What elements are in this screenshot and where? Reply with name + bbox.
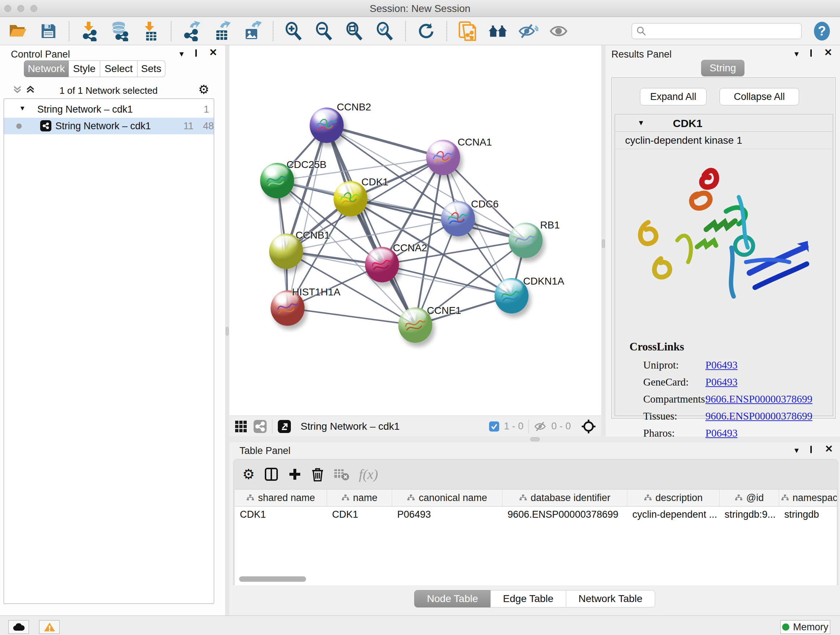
home-icon[interactable] bbox=[488, 21, 508, 41]
collection-label: String Network – cdk1 bbox=[37, 104, 133, 115]
network-node-CDC6[interactable] bbox=[441, 201, 475, 236]
automation-cloud-button[interactable] bbox=[8, 620, 29, 634]
table-cell[interactable]: P06493 bbox=[392, 507, 502, 523]
collection-caret-icon[interactable]: ▼ bbox=[19, 105, 26, 112]
crosslink-label: Pharos: bbox=[643, 427, 675, 439]
control-panel-close-icon[interactable]: ✕ bbox=[209, 47, 218, 58]
control-panel-float-icon[interactable] bbox=[195, 50, 197, 57]
memory-label: Memory bbox=[793, 622, 829, 633]
crosslink-value-link[interactable]: P06493 bbox=[706, 359, 737, 371]
results-panel-title: Results Panel bbox=[611, 49, 672, 60]
export-network-icon[interactable] bbox=[182, 21, 202, 41]
hide-eye-icon[interactable] bbox=[518, 21, 538, 41]
zoom-out-icon[interactable] bbox=[314, 21, 334, 41]
network-row-selected[interactable]: String Network – cdk1 11 48 bbox=[4, 118, 214, 134]
zoom-selected-icon[interactable] bbox=[375, 21, 395, 41]
crosslink-value-link[interactable]: 9606.ENSP00000378699 bbox=[706, 393, 813, 405]
cloud-icon bbox=[13, 623, 25, 631]
import-table-icon[interactable] bbox=[141, 21, 161, 41]
string-view-icon[interactable] bbox=[253, 420, 267, 433]
grid-view-icon[interactable] bbox=[234, 420, 248, 433]
export-image-icon[interactable] bbox=[242, 21, 263, 41]
crosslink-value-link[interactable]: 9606.ENSP00000378699 bbox=[706, 410, 813, 422]
column-header-name[interactable]: name bbox=[327, 489, 392, 506]
crosslink-value-link[interactable]: P06493 bbox=[706, 427, 737, 439]
table-settings-gear-icon[interactable]: ⚙ bbox=[242, 466, 255, 482]
tab-network[interactable]: Network bbox=[24, 60, 69, 77]
import-network-icon[interactable] bbox=[80, 21, 100, 41]
column-header-canonical-name[interactable]: canonical name bbox=[392, 489, 502, 506]
delete-column-trash-icon[interactable] bbox=[311, 467, 324, 481]
collapse-all-tree-icon[interactable] bbox=[12, 84, 22, 96]
table-panel-splitter[interactable] bbox=[229, 437, 840, 442]
node-label-CCNE1: CCNE1 bbox=[427, 305, 461, 317]
warning-icon bbox=[44, 622, 55, 632]
column-header-namespac[interactable]: namespac bbox=[779, 489, 837, 506]
save-session-icon[interactable] bbox=[38, 21, 58, 41]
selected-checkbox-icon[interactable] bbox=[489, 421, 500, 432]
network-collection-row[interactable]: ▼ String Network – cdk1 1 bbox=[4, 101, 214, 118]
table-cell[interactable]: 9606.ENSP00000378699 bbox=[502, 507, 627, 523]
show-columns-icon[interactable] bbox=[264, 467, 279, 481]
status-bar: Memory bbox=[0, 616, 840, 635]
expand-all-button[interactable]: Expand All bbox=[640, 88, 706, 105]
show-eye-icon[interactable] bbox=[548, 21, 569, 41]
memory-button[interactable]: Memory bbox=[780, 620, 830, 634]
toolbar-separator bbox=[69, 21, 69, 41]
zoom-fit-icon[interactable] bbox=[344, 21, 365, 41]
zoom-in-icon[interactable] bbox=[284, 21, 304, 41]
refresh-icon[interactable] bbox=[416, 21, 436, 41]
column-header-database-identifier[interactable]: database identifier bbox=[502, 489, 627, 506]
tab-network-table[interactable]: Network Table bbox=[566, 590, 655, 608]
help-icon[interactable]: ? bbox=[812, 21, 832, 41]
left-splitter[interactable] bbox=[225, 45, 229, 616]
network-node-RB1[interactable] bbox=[508, 223, 543, 258]
table-cell[interactable]: cyclin-dependent ... bbox=[627, 507, 720, 523]
results-panel-menu-icon[interactable]: ▼ bbox=[793, 50, 800, 58]
cdk1-collapse-caret-icon[interactable]: ▼ bbox=[638, 119, 645, 127]
import-database-icon[interactable] bbox=[110, 21, 130, 41]
protein-structure-image bbox=[623, 154, 826, 306]
table-horizontal-scrollbar[interactable] bbox=[239, 576, 306, 582]
export-table-icon[interactable] bbox=[212, 21, 232, 41]
control-panel-menu-icon[interactable]: ▼ bbox=[178, 50, 185, 58]
node-label-CDK1: CDK1 bbox=[362, 176, 388, 188]
table-panel-close-icon[interactable]: ✕ bbox=[825, 443, 833, 455]
table-panel-float-icon[interactable] bbox=[810, 447, 812, 453]
add-column-icon[interactable] bbox=[288, 467, 302, 481]
clone-network-icon[interactable] bbox=[457, 21, 477, 41]
tab-node-table[interactable]: Node Table bbox=[414, 590, 491, 608]
tab-sets[interactable]: Sets bbox=[137, 60, 165, 77]
string-network-icon bbox=[40, 120, 51, 131]
table-cell[interactable]: CDK1 bbox=[235, 507, 327, 523]
collapse-all-button[interactable]: Collapse All bbox=[720, 88, 799, 105]
table-cell[interactable]: CDK1 bbox=[327, 507, 392, 523]
crosslink-value-link[interactable]: P06493 bbox=[706, 376, 737, 388]
column-header-shared-name[interactable]: shared name bbox=[235, 489, 327, 506]
function-builder-icon[interactable]: f(x) bbox=[359, 466, 378, 482]
table-cell[interactable]: stringdb bbox=[779, 507, 837, 523]
network-options-gear-icon[interactable]: ⚙ bbox=[198, 82, 209, 97]
open-in-window-icon[interactable] bbox=[278, 420, 291, 433]
open-session-icon[interactable] bbox=[8, 21, 28, 41]
table-row[interactable]: CDK1CDK1P064939606.ENSP00000378699cyclin… bbox=[235, 507, 837, 523]
delete-table-icon[interactable] bbox=[333, 468, 349, 481]
column-header--id[interactable]: @id bbox=[720, 489, 779, 506]
tab-select[interactable]: Select bbox=[100, 60, 137, 77]
tab-style[interactable]: Style bbox=[69, 60, 100, 77]
network-canvas[interactable]: CCNB2CCNA1CDC25BCDK1CDC6RB1CCNB1CCNA2CDK… bbox=[229, 45, 601, 416]
column-header-description[interactable]: description bbox=[627, 489, 720, 506]
search-input[interactable] bbox=[632, 23, 802, 39]
right-splitter[interactable] bbox=[601, 45, 606, 437]
expand-all-tree-icon[interactable] bbox=[25, 84, 35, 96]
results-panel-float-icon[interactable] bbox=[810, 50, 812, 57]
fit-content-crosshair-icon[interactable] bbox=[581, 419, 596, 434]
control-panel-title: Control Panel bbox=[11, 49, 70, 60]
warnings-button[interactable] bbox=[39, 620, 60, 634]
tab-string[interactable]: String bbox=[701, 60, 745, 76]
network-node-CCNA1[interactable] bbox=[426, 140, 460, 175]
tab-edge-table[interactable]: Edge Table bbox=[491, 590, 566, 608]
table-panel-menu-icon[interactable]: ▼ bbox=[793, 447, 800, 455]
table-cell[interactable]: stringdb:9... bbox=[720, 507, 779, 523]
results-panel-close-icon[interactable]: ✕ bbox=[824, 47, 832, 58]
